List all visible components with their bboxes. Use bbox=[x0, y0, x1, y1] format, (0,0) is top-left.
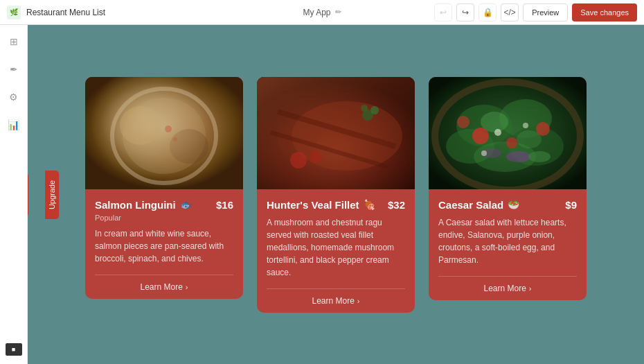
svg-point-4 bbox=[170, 129, 208, 164]
svg-point-18 bbox=[290, 152, 307, 168]
card-desc-salad: A Caesar salad with lettuce hearts, endi… bbox=[438, 216, 577, 266]
card-body-salad: Caesar Salad 🥗 $9 A Caesar salad with le… bbox=[429, 189, 587, 300]
upgrade-button[interactable]: Upgrade bbox=[45, 170, 59, 218]
cards-container: Salmon Linguini 🐟 $16 Popular In cream a… bbox=[85, 77, 587, 313]
svg-point-6 bbox=[165, 125, 172, 132]
card-footer-veal: Learn More › bbox=[267, 288, 405, 306]
svg-point-5 bbox=[112, 89, 216, 183]
topbar-right: ↩ ↪ 🔒 </> Preview Save changes bbox=[434, 3, 637, 21]
lock-button[interactable]: 🔒 bbox=[478, 3, 497, 21]
topbar: 🌿 Restaurant Menu List My App ✏ ↩ ↪ 🔒 </… bbox=[0, 0, 644, 25]
svg-rect-1 bbox=[85, 77, 243, 189]
sidebar-icon-gear[interactable]: ⚙ bbox=[6, 89, 22, 105]
card-title-salad: Caesar Salad bbox=[438, 199, 503, 211]
card-desc-salmon: In cream and white wine sauce, salmon pi… bbox=[95, 227, 233, 265]
chevron-icon-salad: › bbox=[529, 284, 532, 293]
sidebar-bottom: ■ bbox=[6, 343, 22, 356]
learn-more-salad[interactable]: Learn More bbox=[483, 284, 526, 293]
card-body-veal: Hunter's Veal Fillet 🍖 $32 A mushroom an… bbox=[257, 189, 415, 313]
card-title-group-salmon: Salmon Linguini 🐟 bbox=[95, 199, 192, 211]
svg-point-29 bbox=[472, 128, 489, 144]
svg-point-17 bbox=[361, 105, 368, 112]
card-salmon-linguini: Salmon Linguini 🐟 $16 Popular In cream a… bbox=[85, 77, 243, 299]
code-button[interactable]: </> bbox=[501, 3, 519, 21]
card-title-group-salad: Caesar Salad 🥗 bbox=[438, 199, 519, 211]
page-title: Restaurant Menu List bbox=[26, 8, 105, 17]
card-meat-icon: 🍖 bbox=[364, 199, 375, 210]
svg-point-3 bbox=[120, 106, 161, 145]
sidebar-icon-grid[interactable]: ⊞ bbox=[6, 33, 22, 50]
app-name: My App bbox=[303, 8, 330, 17]
upgrade-area: Upgrade bbox=[45, 170, 59, 218]
svg-point-19 bbox=[310, 150, 322, 163]
svg-point-35 bbox=[528, 151, 551, 162]
card-badge-salmon: Popular bbox=[95, 214, 233, 222]
card-header-salad: Caesar Salad 🥗 $9 bbox=[438, 199, 577, 211]
undo-button[interactable]: ↩ bbox=[434, 3, 452, 21]
card-footer-salmon: Learn More › bbox=[95, 275, 233, 292]
sidebar-icon-chart[interactable]: 📊 bbox=[6, 116, 22, 133]
svg-point-38 bbox=[481, 150, 487, 156]
chevron-icon-salmon: › bbox=[186, 283, 188, 291]
svg-point-2 bbox=[123, 98, 206, 174]
card-image-steak bbox=[257, 77, 415, 189]
logo-icon: 🌿 bbox=[10, 8, 18, 16]
svg-point-31 bbox=[506, 137, 517, 148]
sidebar-icon-bottom[interactable]: ■ bbox=[6, 343, 22, 356]
edit-icon[interactable]: ✏ bbox=[335, 8, 341, 17]
svg-point-30 bbox=[536, 122, 550, 136]
card-fish-icon: 🐟 bbox=[180, 199, 192, 210]
card-image-salad bbox=[429, 77, 587, 189]
learn-more-veal[interactable]: Learn More bbox=[312, 296, 354, 306]
card-caesar-salad: Caesar Salad 🥗 $9 A Caesar salad with le… bbox=[429, 77, 587, 300]
canvas-area: Upgrade bbox=[28, 25, 644, 364]
topbar-center: My App ✏ bbox=[303, 8, 341, 17]
card-price-salmon: $16 bbox=[216, 199, 233, 211]
app-logo: 🌿 bbox=[7, 6, 21, 19]
svg-point-37 bbox=[523, 123, 528, 128]
card-body-salmon: Salmon Linguini 🐟 $16 Popular In cream a… bbox=[85, 189, 243, 299]
sidebar-icon-pen[interactable]: ✒ bbox=[6, 61, 22, 78]
card-salad-icon: 🥗 bbox=[508, 199, 519, 210]
card-veal-fillet: Hunter's Veal Fillet 🍖 $32 A mushroom an… bbox=[257, 77, 415, 313]
card-image-pasta bbox=[85, 77, 243, 189]
card-desc-veal: A mushroom and chestnut ragu served with… bbox=[267, 216, 405, 279]
preview-button[interactable]: Preview bbox=[523, 3, 568, 21]
svg-point-32 bbox=[457, 116, 469, 128]
upgrade-button[interactable]: Upgrade bbox=[28, 173, 28, 216]
svg-point-16 bbox=[370, 106, 379, 114]
card-price-veal: $32 bbox=[388, 199, 405, 211]
card-title-group-veal: Hunter's Veal Fillet 🍖 bbox=[267, 199, 375, 211]
learn-more-salmon[interactable]: Learn More bbox=[140, 282, 182, 292]
svg-point-36 bbox=[494, 129, 501, 136]
save-button[interactable]: Save changes bbox=[572, 3, 637, 21]
card-price-salad: $9 bbox=[565, 199, 577, 211]
svg-rect-0 bbox=[85, 77, 243, 189]
chevron-icon-veal: › bbox=[357, 297, 360, 305]
card-header-salmon: Salmon Linguini 🐟 $16 bbox=[95, 199, 233, 211]
main-layout: ⊞ ✒ ⚙ 📊 ■ Upgrade bbox=[0, 25, 644, 364]
card-header-veal: Hunter's Veal Fillet 🍖 $32 bbox=[267, 199, 405, 211]
card-title-salmon: Salmon Linguini bbox=[95, 199, 176, 211]
sidebar: ⊞ ✒ ⚙ 📊 ■ bbox=[0, 25, 28, 364]
card-footer-salad: Learn More › bbox=[438, 276, 577, 293]
svg-point-7 bbox=[173, 137, 177, 141]
redo-button[interactable]: ↪ bbox=[456, 3, 474, 21]
card-title-veal: Hunter's Veal Fillet bbox=[267, 199, 359, 211]
svg-point-33 bbox=[506, 151, 531, 162]
